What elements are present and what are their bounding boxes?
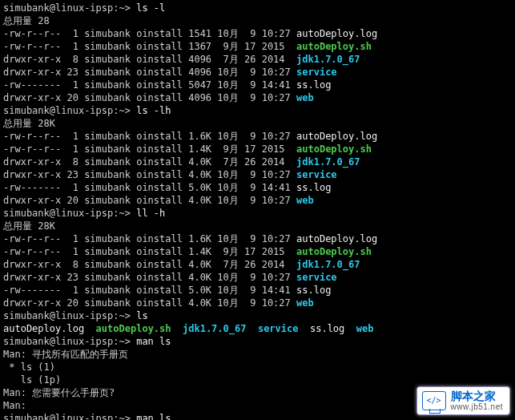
output-line: 总用量 28K	[3, 220, 512, 232]
list-row: -rw-r--r-- 1 simubank oinstall 1.4K 9月 1…	[3, 143, 512, 155]
list-row: drwxr-xr-x 20 simubank oinstall 4096 10月…	[3, 91, 512, 104]
ls-row: autoDeploy.log autoDeploy.sh jdk1.7.0_67…	[3, 322, 512, 335]
watermark-badge: </> 脚本之家 www.jb51.net	[416, 386, 510, 415]
watermark-url: www.jb51.net	[451, 402, 503, 411]
output-line: ls (1p)	[3, 374, 512, 386]
list-row: -rw-r--r-- 1 simubank oinstall 1367 9月 1…	[3, 40, 512, 53]
output-line: * ls (1)	[3, 361, 512, 374]
list-row: drwxr-xr-x 8 simubank oinstall 4.0K 7月 2…	[3, 155, 512, 168]
list-row: drwxr-xr-x 23 simubank oinstall 4.0K 10月…	[3, 168, 512, 181]
watermark-title: 脚本之家	[451, 390, 503, 402]
list-row: -rw------- 1 simubank oinstall 5.0K 10月 …	[3, 181, 512, 194]
list-row: drwxr-xr-x 23 simubank oinstall 4.0K 10月…	[3, 271, 512, 284]
output-line: Man: 寻找所有匹配的手册页	[3, 348, 512, 361]
output-line: 总用量 28K	[3, 117, 512, 130]
list-row: -rw-r--r-- 1 simubank oinstall 1.6K 10月 …	[3, 232, 512, 245]
command-line: simubank@linux-ipsp:~> ls	[3, 309, 512, 322]
list-row: -rw------- 1 simubank oinstall 5.0K 10月 …	[3, 284, 512, 297]
list-row: -rw------- 1 simubank oinstall 5047 10月 …	[3, 79, 512, 91]
command-line: simubank@linux-ipsp:~> ls -lh	[3, 104, 512, 117]
command-line: simubank@linux-ipsp:~> ll -h	[3, 207, 512, 220]
list-row: -rw-r--r-- 1 simubank oinstall 1.6K 10月 …	[3, 130, 512, 143]
list-row: drwxr-xr-x 20 simubank oinstall 4.0K 10月…	[3, 297, 512, 309]
command-line: simubank@linux-ipsp:~> ls -l	[3, 2, 512, 14]
list-row: drwxr-xr-x 23 simubank oinstall 4096 10月…	[3, 66, 512, 79]
list-row: drwxr-xr-x 8 simubank oinstall 4.0K 7月 2…	[3, 258, 512, 271]
list-row: drwxr-xr-x 20 simubank oinstall 4.0K 10月…	[3, 194, 512, 207]
list-row: -rw-r--r-- 1 simubank oinstall 1541 10月 …	[3, 27, 512, 40]
monitor-icon: </>	[422, 391, 446, 410]
list-row: -rw-r--r-- 1 simubank oinstall 1.4K 9月 1…	[3, 245, 512, 258]
terminal-output[interactable]: simubank@linux-ipsp:~> ls -l总用量 28-rw-r-…	[0, 0, 515, 420]
output-line: 总用量 28	[3, 14, 512, 27]
list-row: drwxr-xr-x 8 simubank oinstall 4096 7月 2…	[3, 53, 512, 66]
command-line: simubank@linux-ipsp:~> man ls	[3, 335, 512, 348]
